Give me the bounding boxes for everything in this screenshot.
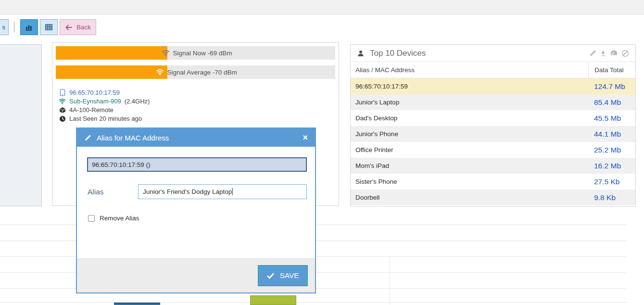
pencil-icon[interactable]	[589, 50, 596, 57]
device-name: Mom's iPad	[351, 162, 588, 169]
devices-table-header: Alias / MAC Address Data Total	[351, 62, 635, 78]
device-data-total: 124.7 Mb	[588, 82, 635, 91]
signal-average-fill	[56, 65, 167, 79]
ban-icon[interactable]	[621, 50, 629, 57]
table-view-button[interactable]	[40, 19, 58, 35]
signal-average-bar: Signal Average -70 dBm	[56, 65, 335, 79]
close-icon[interactable]: ×	[303, 133, 308, 142]
back-button[interactable]: Back	[60, 19, 96, 35]
node-box-icon	[59, 107, 66, 114]
signal-now-label: Signal Now -69 dBm	[173, 50, 232, 57]
toolbar-divider	[14, 22, 14, 32]
device-name: Office Printer	[351, 146, 588, 153]
gauge-icon[interactable]	[610, 49, 618, 57]
device-data-total: 16.2 Mb	[588, 162, 635, 170]
clock-icon	[59, 115, 66, 122]
modal-title: Alias for MAC Address	[97, 134, 169, 142]
alias-modal-header: Alias for MAC Address ×	[77, 128, 315, 147]
remove-alias-label: Remove Alias	[100, 215, 139, 222]
table-grid-icon	[44, 23, 53, 32]
save-button[interactable]: SAVE	[258, 265, 308, 286]
column-header-total: Data Total	[588, 62, 635, 78]
background-gridline	[0, 302, 627, 303]
device-name: Dad's Desktop	[351, 114, 588, 122]
last-seen-label: Last Seen 20 minutes ago	[69, 115, 142, 122]
alias-input[interactable]: Junior's Friend's Dodgy Laptop	[138, 184, 307, 199]
device-data-total: 44.1 Mb	[588, 130, 635, 139]
band-label: (2.4GHz)	[125, 98, 150, 105]
save-label: SAVE	[279, 271, 299, 280]
signal-now-bar: Signal Now -69 dBm	[56, 46, 335, 60]
bar-chart-icon	[25, 23, 34, 32]
device-data-total: 9.8 Kb	[588, 193, 635, 202]
left-partial-panel	[0, 44, 42, 206]
top-devices-panel: Top 10 Devices Alias / MAC Address Data …	[350, 44, 636, 207]
chart-view-button[interactable]	[20, 19, 38, 35]
alias-label: Alias	[88, 188, 104, 196]
back-label: Back	[76, 24, 91, 31]
table-row[interactable]: Doorbell 9.8 Kb	[351, 190, 635, 205]
app-window: Edit MESH s Back Signal Now -69 dBm	[0, 0, 644, 305]
back-arrow-icon	[65, 24, 73, 31]
table-row[interactable]: Sister's Phone 27.5 Kb	[351, 174, 635, 190]
person-icon	[357, 50, 365, 57]
device-mac-link[interactable]: 96:65:70:10:17:59	[69, 89, 120, 96]
remove-alias-checkbox[interactable]	[88, 215, 95, 222]
table-row[interactable]: Dad's Desktop 45.5 Mb	[351, 110, 635, 126]
wifi-icon	[156, 69, 164, 76]
mac-address-field: 96:65:70:10:17:59 ()	[87, 157, 307, 172]
top-devices-header: Top 10 Devices	[351, 45, 635, 62]
modal-footer: SAVE	[77, 258, 315, 292]
table-row[interactable]: Junior's Phone 44.1 Mb	[351, 126, 635, 142]
background-bar-navy	[114, 303, 160, 305]
top-bar	[0, 0, 644, 15]
device-name: Sister's Phone	[351, 178, 588, 185]
partial-toolbar-button[interactable]: s	[0, 19, 9, 35]
device-info: 96:65:70:10:17:59 Sub-Eynsham-909 (2.4GH…	[59, 89, 150, 123]
device-data-total: 27.5 Kb	[588, 178, 635, 186]
table-row[interactable]: 96:65:70:10:17:59 124.7 Mb	[351, 78, 635, 94]
tablet-icon	[59, 89, 66, 96]
alias-modal: Alias for MAC Address × 96:65:70:10:17:5…	[76, 127, 316, 293]
table-row[interactable]: Junior's Laptop 85.4 Mb	[351, 94, 635, 110]
ink-drop-icon[interactable]	[600, 50, 606, 57]
signal-average-label: Signal Average -70 dBm	[167, 69, 237, 76]
text-cursor	[232, 188, 233, 195]
device-data-total: 45.5 Mb	[588, 114, 635, 123]
devices-table-body: 96:65:70:10:17:59 124.7 Mb Junior's Lapt…	[351, 78, 635, 205]
device-name: Junior's Laptop	[351, 99, 588, 106]
device-data-total: 25.2 Mb	[588, 146, 635, 154]
wifi-icon	[162, 50, 170, 56]
check-icon	[266, 272, 275, 280]
node-name: 4A-100-Remote	[69, 106, 114, 114]
panel-title: Top 10 Devices	[370, 49, 426, 58]
table-row[interactable]: Office Printer 25.2 Mb	[351, 142, 635, 158]
background-bar-olive	[250, 295, 296, 305]
device-name: 96:65:70:10:17:59	[351, 83, 588, 90]
device-name: Doorbell	[351, 194, 588, 201]
pencil-icon	[84, 134, 91, 141]
network-name-link[interactable]: Sub-Eynsham-909	[69, 98, 121, 105]
table-row[interactable]: Mom's iPad 16.2 Mb	[351, 158, 635, 174]
device-data-total: 85.4 Mb	[588, 98, 635, 107]
wifi-icon	[59, 98, 66, 104]
background-gridline-vertical	[390, 256, 390, 305]
column-header-name: Alias / MAC Address	[351, 62, 588, 78]
signal-now-fill	[56, 46, 167, 60]
device-name: Junior's Phone	[351, 130, 588, 138]
